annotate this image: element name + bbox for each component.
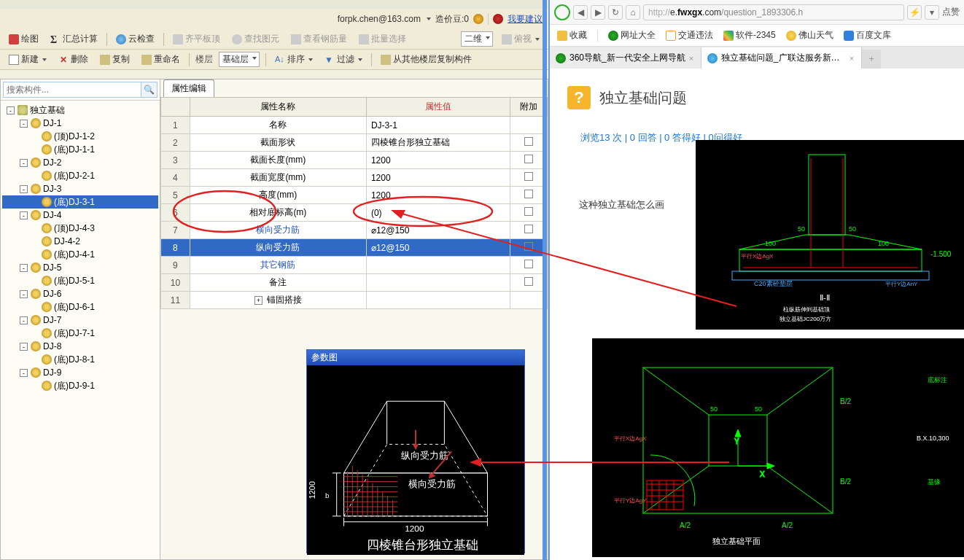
fav-bookmark[interactable]: 收藏 (557, 29, 587, 42)
dropdown-button[interactable]: ▾ (925, 5, 939, 20)
prop-checkbox-cell[interactable] (510, 117, 547, 134)
property-row[interactable]: 5高度(mm)1200 (161, 187, 548, 204)
tree-node[interactable]: -DJ-6 (2, 287, 158, 300)
prop-value[interactable]: (0) (366, 204, 510, 222)
expand-icon[interactable]: - (7, 106, 15, 114)
prop-value[interactable] (366, 274, 510, 292)
user-caret-icon[interactable] (427, 18, 431, 20)
property-row[interactable]: 2截面形状四棱锥台形独立基础 (161, 134, 548, 152)
tree-node[interactable]: -DJ-4 (2, 209, 158, 222)
tree-node[interactable]: (顶)DJ-4-3 (2, 222, 158, 235)
expand-icon[interactable]: - (20, 159, 28, 167)
prop-value[interactable]: 四棱锥台形独立基础 (366, 134, 510, 152)
suggest-link[interactable]: 我要建议 (508, 13, 543, 26)
rename-button[interactable]: 重命名 (139, 52, 183, 67)
filter-button[interactable]: ▼过滤 (322, 52, 365, 67)
checkbox[interactable] (524, 225, 533, 233)
close-icon[interactable]: × (850, 54, 854, 63)
tab-property-edit[interactable]: 属性编辑 (163, 79, 214, 97)
fav-sites[interactable]: 网址大全 (608, 29, 656, 42)
search-button[interactable]: 🔍 (141, 82, 158, 98)
rebar-button[interactable]: 查看钢筋量 (288, 31, 350, 47)
prop-value[interactable]: DJ-3-1 (366, 117, 510, 134)
prop-checkbox-cell[interactable] (510, 239, 547, 257)
prop-value[interactable]: 1200 (366, 187, 510, 204)
forward-button[interactable]: ▶ (591, 5, 605, 20)
property-row[interactable]: 6相对底标高(m)(0) (161, 204, 548, 222)
property-row[interactable]: 11锚固搭接 (161, 292, 548, 309)
checkbox[interactable] (524, 155, 533, 163)
prop-checkbox-cell[interactable] (510, 134, 547, 152)
checkbox[interactable] (524, 190, 533, 198)
expand-icon[interactable]: - (20, 369, 28, 377)
prop-checkbox-cell[interactable] (510, 187, 547, 204)
lightning-icon[interactable]: ⚡ (907, 5, 922, 20)
prop-value[interactable] (366, 292, 510, 309)
prop-checkbox-cell[interactable] (510, 204, 547, 222)
tree-node[interactable]: (底)DJ-6-1 (2, 300, 158, 314)
topview-button[interactable]: 俯视 (499, 31, 543, 47)
prop-value[interactable] (366, 257, 510, 274)
tree-node[interactable]: (底)DJ-4-1 (2, 248, 158, 261)
fav-soft[interactable]: 软件-2345 (723, 29, 776, 42)
tree-node[interactable]: (底)DJ-2-1 (2, 169, 158, 182)
tree-node[interactable]: (底)DJ-7-1 (2, 327, 158, 340)
sum-button[interactable]: Σ汇总计算 (47, 31, 101, 47)
split-handle[interactable] (543, 0, 547, 560)
property-row[interactable]: 9其它钢筋 (161, 257, 548, 274)
batch-button[interactable]: 批量选择 (356, 31, 409, 47)
like-label[interactable]: 点赞 (942, 6, 960, 18)
checkbox[interactable] (524, 260, 533, 268)
tree-node[interactable]: -DJ-7 (2, 314, 158, 327)
tree-node[interactable]: -独立基础 (2, 104, 158, 117)
tree-node[interactable]: -DJ-5 (2, 261, 158, 274)
prop-checkbox-cell[interactable] (510, 152, 547, 169)
draw-button[interactable]: 绘图 (6, 31, 42, 47)
property-row[interactable]: 1名称DJ-3-1 (161, 117, 548, 134)
copy-button[interactable]: 复制 (97, 52, 133, 67)
copyfrom-button[interactable]: 从其他楼层复制构件 (378, 52, 475, 67)
home-button[interactable]: ⌂ (626, 5, 640, 20)
new-button[interactable]: 新建 (6, 52, 50, 67)
checkbox[interactable] (524, 242, 533, 251)
find-button[interactable]: 查找图元 (229, 31, 282, 47)
user-email[interactable]: forpk.chen@163.com (338, 14, 421, 24)
prop-value[interactable]: ⌀12@150 (366, 239, 510, 257)
expand-icon[interactable]: - (20, 120, 28, 128)
view2d-select[interactable]: 二维 (461, 31, 493, 47)
checkbox[interactable] (524, 207, 533, 216)
property-row[interactable]: 8纵向受力筋⌀12@150 (161, 239, 548, 257)
tree-node[interactable]: (底)DJ-8-1 (2, 353, 158, 366)
new-tab-button[interactable]: + (862, 50, 881, 69)
tree-node[interactable]: (底)DJ-5-1 (2, 274, 158, 287)
prop-checkbox-cell[interactable] (510, 169, 547, 187)
property-row[interactable]: 10备注 (161, 274, 548, 292)
tree-node[interactable]: -DJ-3 (2, 182, 158, 195)
sort-button[interactable]: A↓排序 (272, 52, 316, 67)
flattop-button[interactable]: 齐平板顶 (170, 31, 223, 47)
checkbox[interactable] (524, 277, 533, 286)
fav-traffic[interactable]: 交通违法 (666, 29, 713, 42)
checkbox[interactable] (524, 172, 533, 181)
expand-icon[interactable]: - (20, 264, 28, 272)
tree-node[interactable]: (底)DJ-9-1 (2, 379, 158, 392)
close-icon[interactable]: × (689, 54, 693, 63)
prop-checkbox-cell[interactable] (510, 257, 547, 274)
search-input[interactable] (3, 82, 141, 98)
expand-icon[interactable]: - (20, 185, 28, 193)
prop-checkbox-cell[interactable] (510, 274, 547, 292)
property-row[interactable]: 4截面宽度(mm)1200 (161, 169, 548, 187)
prop-checkbox-cell[interactable] (510, 222, 547, 239)
component-tree[interactable]: -独立基础-DJ-1(顶)DJ-1-2(底)DJ-1-1-DJ-2(底)DJ-2… (1, 101, 160, 559)
tree-node[interactable]: (顶)DJ-1-2 (2, 130, 158, 143)
prop-checkbox-cell[interactable] (510, 292, 547, 309)
prop-value[interactable]: 1200 (366, 152, 510, 169)
reload-button[interactable]: ↻ (608, 5, 623, 20)
back-button[interactable]: ◀ (573, 5, 588, 20)
tab-question[interactable]: 独立基础问题_广联达服务新干线× (701, 47, 862, 69)
tree-node[interactable]: (底)DJ-3-1 (2, 195, 158, 209)
expand-icon[interactable]: - (20, 211, 28, 219)
expand-icon[interactable]: - (20, 316, 28, 324)
expand-icon[interactable]: - (20, 290, 28, 298)
tree-node[interactable]: DJ-4-2 (2, 235, 158, 248)
